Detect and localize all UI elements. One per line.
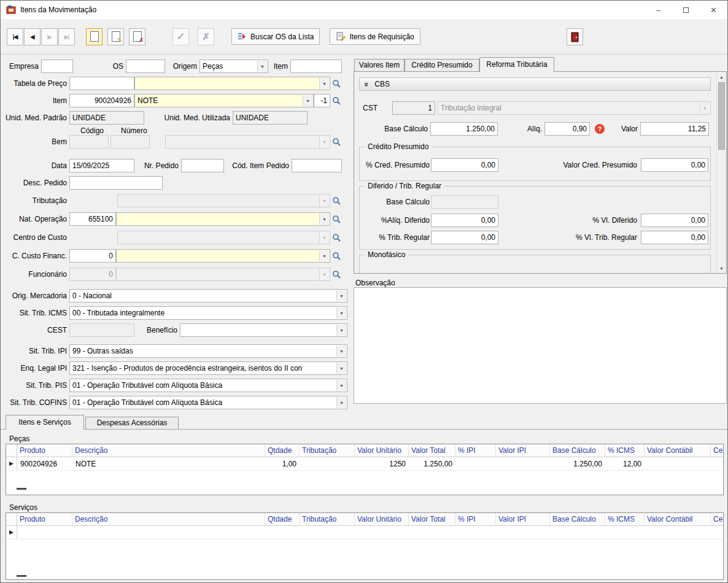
confirm-button[interactable]: ✓	[172, 28, 189, 45]
tab-credito-presumido[interactable]: Crédito Presumido	[405, 59, 479, 72]
scroll-up-icon[interactable]: ▲	[717, 72, 726, 82]
table-row[interactable]: ▶900204926NOTE1,0012501.250,001.250,0012…	[6, 457, 723, 471]
data-field[interactable]: 15/09/2025	[69, 159, 134, 172]
observacao-field[interactable]	[354, 287, 727, 404]
nat-operacao-search-button[interactable]	[330, 212, 343, 226]
first-record-button[interactable]: |◀	[7, 28, 23, 45]
perc-cred-presumido-field[interactable]: 0,00	[431, 158, 498, 172]
edit-item-button[interactable]: ✎	[107, 28, 124, 45]
table-row[interactable]: ▶	[6, 526, 723, 539]
sit-trib-icms-select[interactable]: 00 - Tributada integralmente ▼	[69, 306, 347, 320]
column-header[interactable]: Valor IPI	[496, 444, 550, 457]
tabela-preco-search-button[interactable]	[330, 77, 343, 90]
nat-operacao-select[interactable]: ▼	[116, 212, 330, 226]
enq-legal-ipi-select[interactable]: 321 - Isenção - Produtos de procedência …	[69, 361, 347, 375]
delete-item-button[interactable]: ✗	[129, 28, 145, 45]
tab-itens-e-servicos[interactable]: Itens e Serviços	[6, 415, 84, 430]
column-header[interactable]: % ICMS	[605, 444, 645, 457]
valor-field[interactable]: 11,25	[640, 122, 709, 136]
cancel-button[interactable]: ✗	[198, 28, 214, 45]
column-header[interactable]: Valor Total	[409, 444, 455, 457]
item-top-field[interactable]	[290, 60, 342, 73]
column-header[interactable]: % IPI	[455, 513, 496, 525]
os-field[interactable]	[126, 60, 165, 73]
cod-item-pedido-field[interactable]	[292, 159, 342, 172]
c-custo-financ-search-button[interactable]	[330, 249, 343, 263]
itens-requisicao-button[interactable]: Itens de Requisição	[330, 28, 420, 45]
buscar-os-button[interactable]: Buscar OS da Lista	[231, 28, 320, 45]
tabela-preco-select[interactable]: ▼	[134, 77, 330, 90]
valor-cred-presumido-field[interactable]: 0,00	[641, 158, 708, 172]
item-select[interactable]: NOTE ▼	[134, 94, 314, 107]
tab-despesas-acessorias[interactable]: Despesas Acessórias	[85, 417, 179, 430]
previous-record-button[interactable]: ◀	[24, 28, 41, 45]
column-header[interactable]: Ce	[711, 513, 724, 525]
column-header[interactable]: Valor Unitário	[355, 444, 409, 457]
column-header[interactable]: Qtdade	[265, 513, 300, 525]
nr-pedido-field[interactable]	[181, 159, 224, 172]
c-custo-financ-select[interactable]: ▼	[116, 249, 330, 263]
tab-valores-item[interactable]: Valores Item	[354, 59, 405, 72]
last-record-button[interactable]: ▶|	[58, 28, 75, 45]
column-header[interactable]: Base Cálculo	[550, 444, 605, 457]
vl-diferido-field[interactable]: 0,00	[641, 214, 708, 227]
aliq-field[interactable]: 0,90	[544, 122, 590, 136]
scrollbar-thumb[interactable]	[718, 82, 725, 150]
column-header[interactable]: Valor Unitário	[355, 513, 409, 525]
sit-trib-ipi-select[interactable]: 99 - Outras saídas ▼	[69, 344, 347, 358]
cell	[455, 526, 496, 539]
item-search-button[interactable]	[330, 94, 343, 107]
maximize-button[interactable]	[672, 1, 700, 19]
cell	[300, 457, 355, 470]
column-header[interactable]: Tributação	[300, 444, 355, 457]
column-header[interactable]: Ce	[711, 444, 724, 457]
vl-trib-regular-field[interactable]: 0,00	[641, 231, 708, 244]
new-item-button[interactable]	[86, 28, 103, 45]
column-header[interactable]: Valor IPI	[496, 513, 550, 525]
tabela-preco-code-field[interactable]	[69, 77, 134, 90]
column-header[interactable]: Base Cálculo	[550, 513, 605, 525]
row-indicator-icon: ▶	[6, 457, 17, 470]
tab-reforma-tributaria[interactable]: Reforma Tributária	[479, 57, 554, 72]
sit-trib-pis-select[interactable]: 01 - Operação Tributável com Alíquota Bá…	[69, 379, 347, 392]
collapse-icon: »	[362, 82, 371, 86]
beneficio-select[interactable]: ▼	[180, 323, 347, 337]
previous-record-icon: ◀	[31, 34, 34, 40]
desc-pedido-field[interactable]	[69, 176, 163, 190]
column-header[interactable]: Valor Contábil	[645, 513, 711, 525]
centro-custo-search-button[interactable]	[330, 231, 343, 244]
exit-button[interactable]	[567, 28, 583, 45]
close-button[interactable]: ✕	[700, 1, 727, 19]
next-record-button[interactable]: ▶	[41, 28, 58, 45]
column-header[interactable]: Produto	[17, 513, 72, 525]
funcionario-search-button[interactable]	[330, 268, 343, 281]
column-header[interactable]: Valor Contábil	[645, 444, 711, 457]
minimize-button[interactable]: –	[645, 1, 672, 19]
column-header[interactable]: Descrição	[72, 444, 265, 457]
aliq-diferido-field[interactable]: 0,00	[431, 214, 498, 227]
column-header[interactable]: Qtdade	[265, 444, 300, 457]
scroll-down-icon[interactable]: ▼	[717, 263, 726, 273]
item-code-field[interactable]: 900204926	[69, 94, 134, 107]
column-header[interactable]: % ICMS	[605, 513, 645, 525]
first-record-icon: |◀	[13, 34, 17, 40]
column-header[interactable]: Tributação	[300, 513, 355, 525]
trib-regular-field[interactable]: 0,00	[431, 231, 498, 244]
c-custo-financ-code-field[interactable]: 0	[69, 249, 116, 263]
cbs-section-header[interactable]: » CBS	[359, 77, 711, 91]
help-icon[interactable]: ?	[595, 124, 605, 134]
column-header[interactable]: Descrição	[72, 513, 265, 525]
sit-trib-cofins-select[interactable]: 01 - Operação Tributável com Alíquota Bá…	[69, 396, 347, 409]
column-header[interactable]: Valor Total	[409, 513, 455, 525]
nat-operacao-code-field[interactable]: 655100	[69, 212, 116, 226]
vertical-scrollbar[interactable]: ▲ ▼	[716, 72, 726, 273]
origem-select[interactable]: Peças ▼	[199, 60, 268, 73]
tributacao-search-button[interactable]	[330, 194, 343, 207]
column-header[interactable]: % IPI	[455, 444, 496, 457]
item-extra-field[interactable]: -1	[314, 94, 330, 107]
orig-mercadoria-select[interactable]: 0 - Nacional ▼	[69, 289, 347, 303]
empresa-field[interactable]	[41, 60, 73, 73]
base-calculo-field[interactable]: 1.250,00	[430, 122, 498, 136]
bem-search-button[interactable]	[330, 135, 343, 149]
column-header[interactable]: Produto	[17, 444, 72, 457]
